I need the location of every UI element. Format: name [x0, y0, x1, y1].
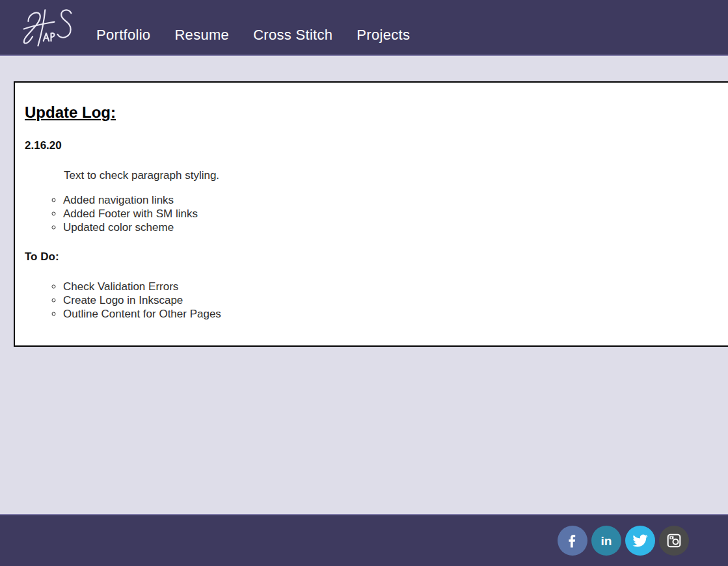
facebook-icon [563, 532, 582, 550]
nav-item-projects[interactable]: Projects [357, 28, 410, 42]
update-entry-date: 2.16.20 [25, 139, 728, 152]
facebook-link[interactable] [558, 526, 587, 556]
todo-title: To Do: [25, 250, 728, 263]
page-main: Update Log: 2.16.20 Text to check paragr… [0, 56, 728, 514]
site-logo[interactable] [20, 4, 79, 51]
site-footer: in [0, 514, 728, 566]
main-nav: Portfolio Resume Cross Stitch Projects [96, 28, 410, 42]
twitter-icon [631, 532, 649, 550]
update-log-title: Update Log: [25, 103, 728, 122]
instagram-icon [666, 532, 682, 549]
linkedin-link[interactable]: in [591, 526, 621, 556]
list-item: Added navigation links [63, 193, 728, 207]
entry-paragraph: Text to check paragraph styling. [64, 168, 728, 182]
update-log-panel: Update Log: 2.16.20 Text to check paragr… [14, 81, 728, 347]
nav-item-portfolio[interactable]: Portfolio [96, 28, 150, 42]
nav-item-cross-stitch[interactable]: Cross Stitch [253, 28, 332, 42]
todo-list: Check Validation ErrorsCreate Logo in In… [25, 280, 728, 321]
signature-logo-icon [20, 4, 79, 51]
list-item: Outline Content for Other Pages [63, 307, 728, 321]
linkedin-icon: in [601, 535, 612, 547]
changes-list: Added navigation linksAdded Footer with … [25, 193, 728, 234]
site-header: Portfolio Resume Cross Stitch Projects [0, 0, 728, 56]
nav-item-resume[interactable]: Resume [174, 28, 229, 42]
list-item: Added Footer with SM links [63, 207, 728, 221]
twitter-link[interactable] [625, 526, 655, 556]
instagram-link[interactable] [659, 526, 689, 556]
list-item: Create Logo in Inkscape [63, 293, 728, 307]
list-item: Check Validation Errors [63, 280, 728, 293]
list-item: Updated color scheme [63, 221, 728, 234]
